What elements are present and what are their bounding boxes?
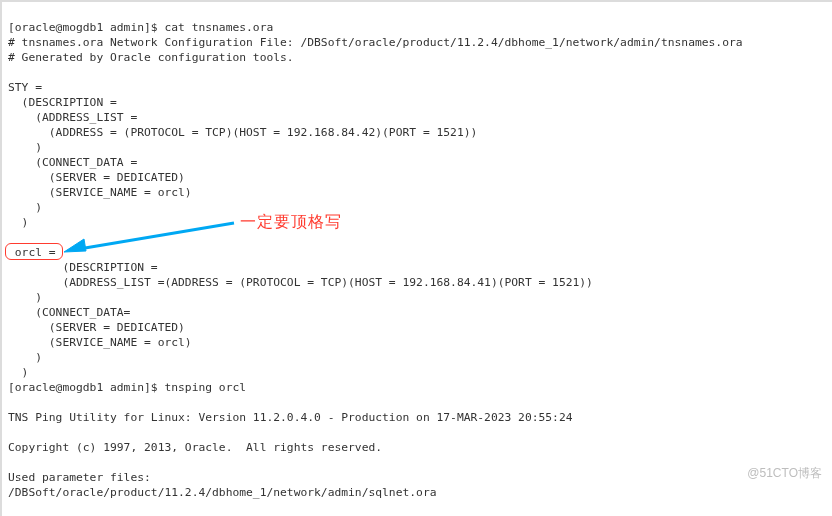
terminal-line: /DBSoft/oracle/product/11.2.4/dbhome_1/n… <box>8 486 436 499</box>
terminal-line: [oracle@mogdb1 admin]$ cat tnsnames.ora <box>8 21 273 34</box>
terminal-line: Used parameter files: <box>8 471 151 484</box>
terminal-output: [oracle@mogdb1 admin]$ cat tnsnames.ora … <box>2 2 832 516</box>
terminal-line: (SERVER = DEDICATED) <box>8 171 185 184</box>
terminal-line: # Generated by Oracle configuration tool… <box>8 51 294 64</box>
terminal-line: ) <box>8 201 42 214</box>
terminal-line: Copyright (c) 1997, 2013, Oracle. All ri… <box>8 441 382 454</box>
terminal-line: (ADDRESS_LIST =(ADDRESS = (PROTOCOL = TC… <box>8 276 593 289</box>
terminal-line: ) <box>8 141 42 154</box>
terminal-line: [oracle@mogdb1 admin]$ tnsping orcl <box>8 381 246 394</box>
terminal-line: ) <box>8 291 42 304</box>
terminal-line: (SERVER = DEDICATED) <box>8 321 185 334</box>
annotation-text: 一定要顶格写 <box>240 214 342 229</box>
terminal-line: ) <box>8 351 42 364</box>
terminal-line: (DESCRIPTION = <box>8 261 158 274</box>
terminal-line: (DESCRIPTION = <box>8 96 117 109</box>
terminal-line: (CONNECT_DATA = <box>8 156 137 169</box>
watermark-text: @51CTO博客 <box>747 466 822 481</box>
terminal-line: ) <box>8 216 28 229</box>
terminal-line: TNS Ping Utility for Linux: Version 11.2… <box>8 411 573 424</box>
terminal-line: ) <box>8 366 28 379</box>
terminal-line: # tnsnames.ora Network Configuration Fil… <box>8 36 743 49</box>
terminal-line: STY = <box>8 81 42 94</box>
terminal-line: orcl = <box>8 246 56 259</box>
terminal-line: (ADDRESS_LIST = <box>8 111 137 124</box>
terminal-line: (CONNECT_DATA= <box>8 306 130 319</box>
terminal-line: (ADDRESS = (PROTOCOL = TCP)(HOST = 192.1… <box>8 126 477 139</box>
terminal-line: (SERVICE_NAME = orcl) <box>8 336 192 349</box>
terminal-line: (SERVICE_NAME = orcl) <box>8 186 192 199</box>
